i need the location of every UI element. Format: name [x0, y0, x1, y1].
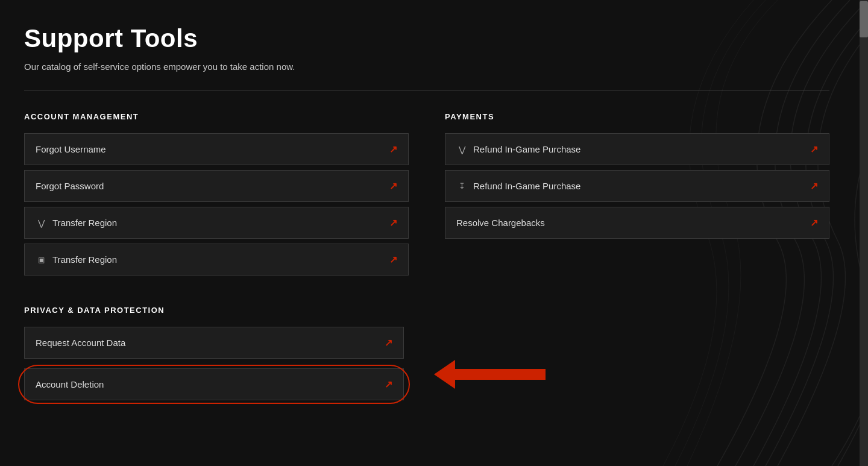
resolve-chargebacks-item[interactable]: Resolve Chargebacks ↗ [445, 207, 829, 239]
refund-2-icon: ↧ [456, 181, 467, 192]
transfer-region-1-item[interactable]: ⋁ Transfer Region ↗ [24, 207, 409, 239]
forgot-username-label: Forgot Username [36, 144, 106, 154]
forgot-password-arrow-icon: ↗ [389, 180, 397, 192]
transfer-region-1-label: Transfer Region [52, 218, 117, 228]
page-container: Support Tools Our catalog of self-servic… [0, 0, 860, 424]
transfer-region-2-item[interactable]: ▣ Transfer Region ↗ [24, 244, 409, 276]
refund-ingame-1-arrow-icon: ↗ [810, 143, 818, 155]
privacy-list: Request Account Data ↗ Account Deletion … [24, 327, 404, 400]
account-deletion-label: Account Deletion [36, 379, 104, 389]
privacy-title: PRIVACY & DATA PROTECTION [24, 306, 829, 315]
privacy-section: PRIVACY & DATA PROTECTION Request Accoun… [24, 306, 829, 400]
refund-ingame-2-label: Refund In-Game Purchase [473, 181, 580, 191]
page-title: Support Tools [24, 24, 829, 53]
refund-ingame-2-arrow-icon: ↗ [810, 180, 818, 192]
refund-1-icon: ⋁ [456, 144, 467, 155]
account-deletion-wrapper: Account Deletion ↗ [24, 368, 404, 400]
resolve-chargebacks-arrow-icon: ↗ [810, 217, 818, 228]
transfer-region-2-icon: ▣ [36, 254, 46, 265]
account-management-section: ACCOUNT MANAGEMENT Forgot Username ↗ For… [24, 112, 409, 276]
account-deletion-arrow-icon: ↗ [385, 379, 392, 390]
refund-ingame-1-item[interactable]: ⋁ Refund In-Game Purchase ↗ [445, 133, 829, 165]
resolve-chargebacks-label: Resolve Chargebacks [456, 218, 545, 228]
account-deletion-item[interactable]: Account Deletion ↗ [24, 368, 404, 400]
privacy-tool-list: Request Account Data ↗ Account Deletion … [24, 327, 404, 400]
transfer-region-1-icon: ⋁ [36, 218, 46, 228]
annotation-arrowhead [434, 360, 455, 389]
privacy-row: Request Account Data ↗ Account Deletion … [24, 327, 829, 400]
scrollbar-thumb[interactable] [860, 1, 868, 37]
refund-ingame-2-item[interactable]: ↧ Refund In-Game Purchase ↗ [445, 170, 829, 202]
annotation-arrow-group [434, 360, 546, 389]
forgot-password-label: Forgot Password [36, 181, 104, 191]
request-account-data-item[interactable]: Request Account Data ↗ [24, 327, 404, 359]
payments-list: ⋁ Refund In-Game Purchase ↗ ↧ Refund In-… [445, 133, 829, 239]
forgot-username-arrow-icon: ↗ [389, 143, 397, 155]
account-management-list: Forgot Username ↗ Forgot Password ↗ ⋁ Tr… [24, 133, 409, 276]
transfer-region-1-arrow-icon: ↗ [389, 217, 397, 228]
payments-title: PAYMENTS [445, 112, 829, 121]
forgot-username-item[interactable]: Forgot Username ↗ [24, 133, 409, 165]
account-management-title: ACCOUNT MANAGEMENT [24, 112, 409, 121]
annotation-arrow-shaft [455, 369, 546, 380]
scrollbar[interactable] [860, 0, 868, 466]
forgot-password-item[interactable]: Forgot Password ↗ [24, 170, 409, 202]
main-sections-row: ACCOUNT MANAGEMENT Forgot Username ↗ For… [24, 112, 829, 276]
request-account-data-label: Request Account Data [36, 338, 125, 348]
transfer-region-2-arrow-icon: ↗ [389, 254, 397, 265]
refund-ingame-1-label: Refund In-Game Purchase [473, 144, 580, 154]
request-account-data-arrow-icon: ↗ [385, 337, 392, 348]
page-subtitle: Our catalog of self-service options empo… [24, 61, 829, 72]
transfer-region-2-label: Transfer Region [52, 254, 117, 265]
divider [24, 90, 829, 90]
payments-section: PAYMENTS ⋁ Refund In-Game Purchase ↗ ↧ R… [445, 112, 829, 276]
